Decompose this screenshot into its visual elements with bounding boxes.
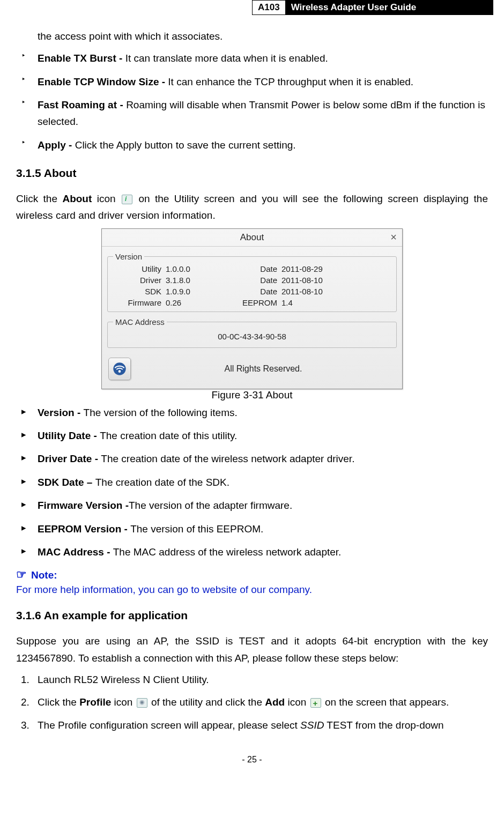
mac-legend: MAC Address bbox=[113, 317, 167, 327]
figure-caption: Figure 3-31 About bbox=[16, 389, 488, 401]
list-item: Driver Date - The creation date of the w… bbox=[21, 450, 485, 467]
label-firmware: Firmware bbox=[113, 298, 161, 307]
param-bullets-top: Enable TX Burst - It can translate more … bbox=[16, 50, 488, 153]
list-item: Enable TX Burst - It can translate more … bbox=[21, 50, 485, 66]
list-item: MAC Address - The MAC address of the wir… bbox=[21, 544, 485, 560]
close-icon[interactable]: × bbox=[390, 231, 397, 243]
svg-point-1 bbox=[118, 370, 121, 373]
add-icon bbox=[310, 698, 321, 708]
about-intro-paragraph: Click the About icon on the Utility scre… bbox=[16, 190, 488, 224]
list-item: Firmware Version -The version of the ada… bbox=[21, 497, 485, 514]
value-driver: 3.1.8.0 bbox=[166, 276, 225, 285]
version-group: Version Utility1.0.0.0Date2011-08-29 Dri… bbox=[107, 252, 397, 312]
value-sdk: 1.0.9.0 bbox=[166, 287, 225, 296]
note-heading: ☞Note: bbox=[16, 568, 488, 582]
label-sdk: SDK bbox=[113, 287, 161, 296]
page-header: A103 Wireless Adapter User Guide bbox=[252, 0, 493, 15]
value-utility: 1.0.0.0 bbox=[166, 264, 225, 273]
section-316-heading: 3.1.6 An example for application bbox=[16, 609, 488, 622]
step-2: Click the Profile icon of the utility an… bbox=[32, 694, 488, 710]
label-driver: Driver bbox=[113, 276, 161, 285]
steps-list: Launch RL52 Wireless N Client Utility. C… bbox=[21, 672, 488, 733]
version-legend: Version bbox=[113, 252, 144, 261]
example-paragraph: Suppose you are using an AP, the SSID is… bbox=[16, 633, 488, 666]
step-3: The Profile configuration screen will ap… bbox=[32, 717, 488, 733]
mac-group: MAC Address 00-0C-43-34-90-58 bbox=[107, 317, 397, 348]
value-driver-date: 2011-08-10 bbox=[281, 276, 340, 285]
label-date: Date bbox=[229, 264, 277, 273]
profile-icon bbox=[137, 698, 147, 708]
list-item: EEPROM Version - The version of this EEP… bbox=[21, 521, 485, 537]
continuation-line: the access point with which it associate… bbox=[38, 28, 472, 45]
rights-text: All Rights Reserved. bbox=[131, 364, 396, 374]
label-utility: Utility bbox=[113, 264, 161, 273]
value-eeprom: 1.4 bbox=[281, 298, 340, 307]
value-sdk-date: 2011-08-10 bbox=[281, 287, 340, 296]
header-title: Wireless Adapter User Guide bbox=[286, 0, 493, 15]
label-date: Date bbox=[229, 287, 277, 296]
header-code: A103 bbox=[252, 0, 286, 15]
value-firmware: 0.26 bbox=[166, 298, 225, 307]
list-item: Fast Roaming at - Roaming will disable w… bbox=[21, 97, 485, 130]
mac-value: 00-0C-43-34-90-58 bbox=[113, 330, 391, 343]
label-date: Date bbox=[229, 276, 277, 285]
list-item: Enable TCP Window Size - It can enhance … bbox=[21, 73, 485, 90]
info-icon bbox=[122, 195, 132, 204]
step-1: Launch RL52 Wireless N Client Utility. bbox=[32, 672, 488, 688]
wifi-icon bbox=[108, 358, 131, 380]
list-item: SDK Date – The creation date of the SDK. bbox=[21, 474, 485, 491]
list-item: Utility Date - The creation date of this… bbox=[21, 427, 485, 444]
about-dialog-title: About × bbox=[102, 229, 402, 247]
about-dialog: About × Version Utility1.0.0.0Date2011-0… bbox=[101, 228, 403, 389]
value-utility-date: 2011-08-29 bbox=[281, 264, 340, 273]
note-body: For more help information, you can go to… bbox=[16, 584, 488, 596]
about-bullets: Version - The version of the following i… bbox=[16, 404, 488, 560]
list-item: Version - The version of the following i… bbox=[21, 404, 485, 421]
list-item: Apply - Click the Apply button to save t… bbox=[21, 137, 485, 153]
svg-point-0 bbox=[113, 362, 125, 375]
pointing-hand-icon: ☞ bbox=[16, 568, 27, 581]
label-eeprom: EEPROM bbox=[229, 298, 277, 307]
page-number: - 25 - bbox=[16, 755, 488, 765]
section-315-heading: 3.1.5 About bbox=[16, 167, 488, 180]
